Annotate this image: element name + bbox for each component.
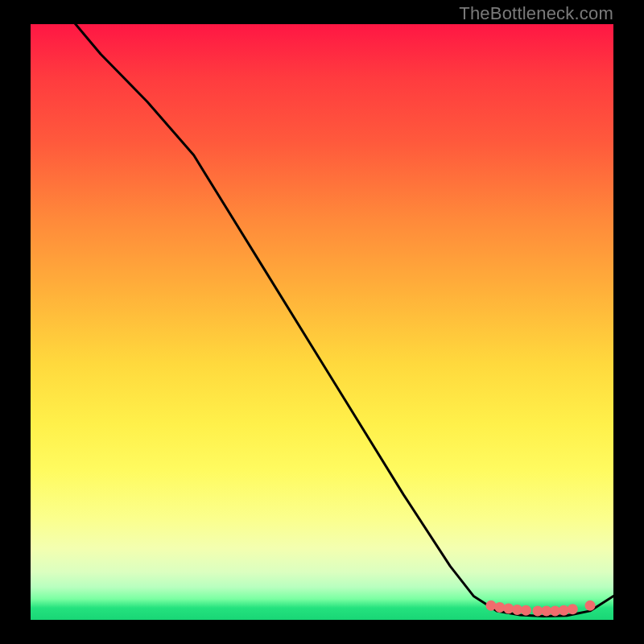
line-series bbox=[31, 24, 613, 617]
line-svg bbox=[31, 24, 613, 620]
chart-frame: TheBottleneck.com bbox=[0, 0, 644, 644]
attribution-text: TheBottleneck.com bbox=[459, 3, 613, 24]
curve-path bbox=[31, 24, 613, 617]
plot-area bbox=[31, 24, 613, 620]
data-marker bbox=[521, 605, 531, 616]
data-marker bbox=[585, 601, 596, 611]
data-marker bbox=[568, 604, 578, 614]
data-marker bbox=[485, 601, 496, 611]
